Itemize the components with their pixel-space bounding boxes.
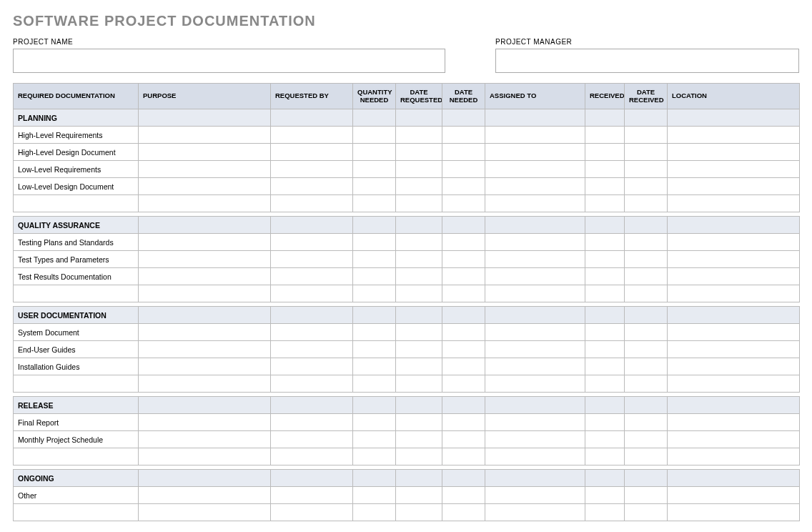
data-cell[interactable] — [585, 178, 625, 195]
data-cell[interactable] — [271, 487, 353, 504]
data-cell[interactable] — [585, 487, 625, 504]
data-cell[interactable] — [625, 358, 668, 375]
data-cell[interactable] — [585, 341, 625, 358]
data-cell[interactable] — [139, 268, 271, 285]
doc-name-cell[interactable]: Monthly Project Schedule — [14, 431, 139, 448]
data-cell[interactable] — [625, 234, 668, 251]
data-cell[interactable] — [396, 375, 442, 393]
data-cell[interactable] — [442, 487, 485, 504]
data-cell[interactable] — [271, 324, 353, 341]
data-cell[interactable] — [585, 375, 625, 393]
data-cell[interactable] — [442, 414, 485, 431]
data-cell[interactable] — [353, 195, 396, 212]
data-cell[interactable] — [585, 268, 625, 285]
data-cell[interactable] — [396, 504, 442, 521]
data-cell[interactable] — [625, 375, 668, 393]
data-cell[interactable] — [442, 324, 485, 341]
data-cell[interactable] — [353, 127, 396, 144]
data-cell[interactable] — [139, 144, 271, 161]
data-cell[interactable] — [625, 161, 668, 178]
data-cell[interactable] — [625, 448, 668, 466]
data-cell[interactable] — [396, 324, 442, 341]
data-cell[interactable] — [139, 195, 271, 212]
data-cell[interactable] — [668, 504, 800, 521]
data-cell[interactable] — [442, 341, 485, 358]
data-cell[interactable] — [668, 234, 800, 251]
data-cell[interactable] — [625, 144, 668, 161]
data-cell[interactable] — [353, 504, 396, 521]
data-cell[interactable] — [668, 127, 800, 144]
doc-name-cell[interactable] — [14, 195, 139, 212]
data-cell[interactable] — [139, 161, 271, 178]
data-cell[interactable] — [139, 504, 271, 521]
data-cell[interactable] — [271, 161, 353, 178]
data-cell[interactable] — [485, 127, 585, 144]
data-cell[interactable] — [442, 161, 485, 178]
data-cell[interactable] — [668, 178, 800, 195]
data-cell[interactable] — [139, 487, 271, 504]
data-cell[interactable] — [625, 268, 668, 285]
data-cell[interactable] — [396, 414, 442, 431]
doc-name-cell[interactable]: Installation Guides — [14, 358, 139, 375]
data-cell[interactable] — [625, 504, 668, 521]
data-cell[interactable] — [485, 414, 585, 431]
data-cell[interactable] — [396, 161, 442, 178]
data-cell[interactable] — [668, 161, 800, 178]
data-cell[interactable] — [625, 127, 668, 144]
data-cell[interactable] — [271, 341, 353, 358]
data-cell[interactable] — [139, 234, 271, 251]
data-cell[interactable] — [442, 448, 485, 466]
data-cell[interactable] — [668, 285, 800, 302]
data-cell[interactable] — [625, 341, 668, 358]
doc-name-cell[interactable]: Low-Level Design Document — [14, 178, 139, 195]
data-cell[interactable] — [585, 161, 625, 178]
data-cell[interactable] — [442, 268, 485, 285]
data-cell[interactable] — [442, 285, 485, 302]
data-cell[interactable] — [585, 127, 625, 144]
data-cell[interactable] — [353, 144, 396, 161]
data-cell[interactable] — [271, 127, 353, 144]
data-cell[interactable] — [271, 234, 353, 251]
doc-name-cell[interactable]: Other — [14, 487, 139, 504]
data-cell[interactable] — [353, 358, 396, 375]
data-cell[interactable] — [442, 178, 485, 195]
data-cell[interactable] — [353, 285, 396, 302]
data-cell[interactable] — [396, 448, 442, 466]
doc-name-cell[interactable]: Low-Level Requirements — [14, 161, 139, 178]
data-cell[interactable] — [139, 178, 271, 195]
data-cell[interactable] — [271, 448, 353, 466]
data-cell[interactable] — [139, 324, 271, 341]
data-cell[interactable] — [668, 341, 800, 358]
data-cell[interactable] — [139, 251, 271, 268]
data-cell[interactable] — [442, 127, 485, 144]
doc-name-cell[interactable]: Final Report — [14, 414, 139, 431]
data-cell[interactable] — [668, 448, 800, 466]
data-cell[interactable] — [353, 251, 396, 268]
data-cell[interactable] — [353, 414, 396, 431]
data-cell[interactable] — [353, 487, 396, 504]
data-cell[interactable] — [585, 358, 625, 375]
data-cell[interactable] — [668, 375, 800, 393]
data-cell[interactable] — [442, 234, 485, 251]
data-cell[interactable] — [442, 144, 485, 161]
data-cell[interactable] — [396, 251, 442, 268]
data-cell[interactable] — [271, 414, 353, 431]
data-cell[interactable] — [396, 127, 442, 144]
data-cell[interactable] — [485, 161, 585, 178]
data-cell[interactable] — [485, 195, 585, 212]
data-cell[interactable] — [668, 358, 800, 375]
data-cell[interactable] — [271, 358, 353, 375]
data-cell[interactable] — [485, 487, 585, 504]
project-name-input[interactable] — [13, 49, 445, 73]
data-cell[interactable] — [396, 487, 442, 504]
data-cell[interactable] — [442, 358, 485, 375]
data-cell[interactable] — [271, 375, 353, 393]
data-cell[interactable] — [585, 414, 625, 431]
data-cell[interactable] — [585, 234, 625, 251]
data-cell[interactable] — [625, 195, 668, 212]
data-cell[interactable] — [396, 268, 442, 285]
doc-name-cell[interactable] — [14, 285, 139, 302]
data-cell[interactable] — [442, 431, 485, 448]
doc-name-cell[interactable] — [14, 504, 139, 521]
data-cell[interactable] — [139, 431, 271, 448]
